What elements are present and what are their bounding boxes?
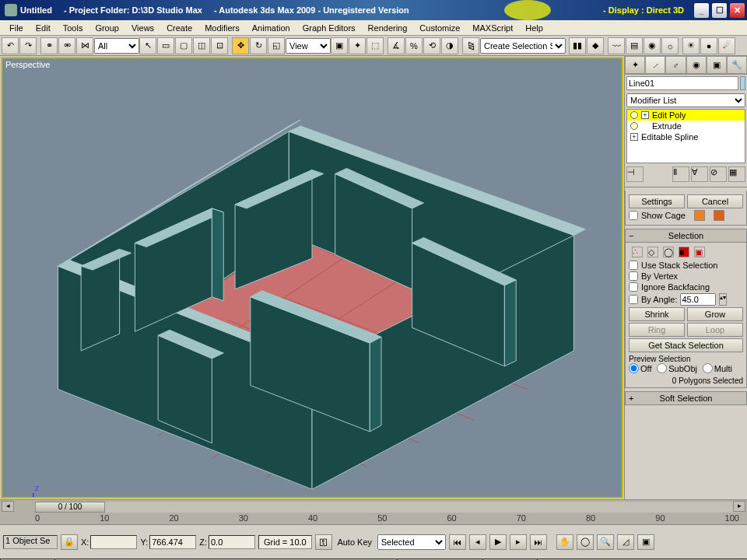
nav-fov[interactable]: ◿ bbox=[617, 534, 634, 550]
percent-snap[interactable]: % bbox=[405, 37, 423, 54]
window-cross-button[interactable]: ◫ bbox=[193, 37, 210, 54]
goto-start[interactable]: ⏮ bbox=[449, 534, 466, 550]
getstack-button[interactable]: Get Stack Selection bbox=[629, 338, 743, 352]
lock-sel-button[interactable]: 🔒 bbox=[61, 534, 78, 550]
track-next[interactable]: ▸ bbox=[733, 501, 745, 512]
object-name-input[interactable] bbox=[626, 76, 738, 90]
subobj-polygon[interactable]: ■ bbox=[679, 247, 689, 257]
cage-color1[interactable] bbox=[694, 210, 705, 221]
prev-frame[interactable]: ◂ bbox=[469, 534, 486, 550]
subobj-edge[interactable]: ◇ bbox=[647, 247, 658, 257]
subobj-border[interactable]: ◯ bbox=[663, 247, 674, 257]
curve-editor-button[interactable]: 〰 bbox=[608, 37, 625, 54]
mod-editpoly[interactable]: +Edit Poly bbox=[627, 110, 745, 121]
menu-grapheditors[interactable]: Graph Editors bbox=[296, 22, 362, 34]
tab-hierarchy[interactable]: ♂ bbox=[665, 56, 686, 74]
nav-arc[interactable]: ◯ bbox=[577, 534, 594, 550]
manipulate-button[interactable]: ✦ bbox=[349, 37, 366, 54]
by-vertex-checkbox[interactable] bbox=[629, 271, 638, 281]
menu-edit[interactable]: Edit bbox=[30, 22, 57, 34]
softsel-rollup-head[interactable]: +Soft Selection bbox=[625, 391, 747, 405]
settings-button[interactable]: Settings bbox=[629, 194, 685, 208]
menu-modifiers[interactable]: Modifiers bbox=[198, 22, 246, 34]
selection-rollup-head[interactable]: −Selection bbox=[625, 229, 747, 243]
selset-lock[interactable]: ◑ bbox=[441, 37, 458, 54]
time-slider[interactable]: 0 / 100 bbox=[35, 502, 105, 513]
quickrender-button[interactable]: ☄ bbox=[718, 37, 735, 54]
menu-tools[interactable]: Tools bbox=[57, 22, 89, 34]
render-setup-button[interactable]: ☼ bbox=[661, 37, 679, 54]
nav-pan[interactable]: ✋ bbox=[556, 534, 573, 550]
ignore-backfacing-checkbox[interactable] bbox=[629, 282, 638, 292]
mirror-button[interactable]: ⧎ bbox=[462, 37, 479, 54]
menu-create[interactable]: Create bbox=[160, 22, 198, 34]
ref-coord[interactable]: View bbox=[286, 38, 331, 54]
angle-input[interactable] bbox=[680, 293, 716, 306]
ring-button[interactable]: Ring bbox=[629, 323, 685, 337]
mod-spline[interactable]: +Editable Spline bbox=[627, 131, 745, 142]
show-result-button[interactable]: Ⅱ bbox=[672, 166, 689, 182]
cancel-button[interactable]: Cancel bbox=[687, 194, 743, 208]
nav-max[interactable]: ▣ bbox=[637, 534, 654, 550]
angle-snap[interactable]: ∡ bbox=[388, 37, 405, 54]
play-button[interactable]: ▶ bbox=[489, 534, 507, 550]
snap-toggle[interactable]: ⬚ bbox=[366, 37, 384, 54]
coord-x[interactable] bbox=[90, 535, 137, 549]
spinner-icon[interactable]: ▴▾ bbox=[719, 293, 727, 306]
paint-select-button[interactable]: ⊡ bbox=[211, 37, 228, 54]
unique-button[interactable]: ∀ bbox=[691, 166, 708, 182]
showcage-checkbox[interactable] bbox=[629, 211, 638, 220]
grow-button[interactable]: Grow bbox=[687, 307, 743, 321]
shrink-button[interactable]: Shrink bbox=[629, 307, 685, 321]
by-angle-checkbox[interactable] bbox=[629, 295, 638, 304]
rect-select-button[interactable]: ▢ bbox=[175, 37, 192, 54]
lightbulb-icon[interactable] bbox=[630, 122, 638, 130]
unlink-button[interactable]: ⚮ bbox=[58, 37, 75, 54]
select-button[interactable]: ↖ bbox=[139, 37, 156, 54]
tab-utilities[interactable]: 🔧 bbox=[727, 56, 747, 74]
scale-button[interactable]: ◱ bbox=[268, 37, 285, 54]
pin-stack-button[interactable]: ⊣ bbox=[626, 166, 644, 182]
configure-button[interactable]: ▦ bbox=[728, 166, 745, 182]
menu-views[interactable]: Views bbox=[125, 22, 160, 34]
align-button[interactable]: ▮▮ bbox=[569, 37, 586, 54]
tab-display[interactable]: ▣ bbox=[707, 56, 727, 74]
menu-animation[interactable]: Animation bbox=[246, 22, 296, 34]
modifier-list[interactable]: Modifier List bbox=[626, 93, 745, 107]
render-frame-button[interactable]: ☀ bbox=[682, 37, 700, 54]
tab-motion[interactable]: ◉ bbox=[686, 56, 707, 74]
minimize-button[interactable]: _ bbox=[693, 2, 710, 19]
preview-multi[interactable] bbox=[703, 363, 713, 373]
link-button[interactable]: ⚭ bbox=[40, 37, 58, 54]
move-button[interactable]: ✥ bbox=[232, 37, 249, 54]
schematic-button[interactable]: ▤ bbox=[626, 37, 643, 54]
viewport-perspective[interactable]: Perspective bbox=[1, 57, 623, 499]
layers-button[interactable]: ◆ bbox=[587, 37, 604, 54]
trackbar[interactable]: ◂ 0 / 100 ▸ 01020 304050 607080 90100 bbox=[0, 499, 747, 524]
expand-icon[interactable]: + bbox=[630, 133, 638, 141]
loop-button[interactable]: Loop bbox=[687, 323, 743, 337]
select-name-button[interactable]: ▭ bbox=[157, 37, 174, 54]
autokey-button[interactable]: Auto Key bbox=[335, 537, 374, 547]
menu-group[interactable]: Group bbox=[89, 22, 125, 34]
tab-create[interactable]: ✦ bbox=[625, 56, 645, 74]
rotate-button[interactable]: ↻ bbox=[250, 37, 267, 54]
close-button[interactable]: ✕ bbox=[729, 2, 745, 19]
menu-rendering[interactable]: Rendering bbox=[362, 22, 414, 34]
coord-y[interactable] bbox=[149, 535, 196, 549]
cage-color2[interactable] bbox=[714, 210, 724, 221]
track-prev[interactable]: ◂ bbox=[2, 501, 14, 512]
keymode-select[interactable]: Selected bbox=[377, 534, 446, 550]
redo-button[interactable]: ↷ bbox=[19, 37, 37, 54]
object-color-swatch[interactable] bbox=[740, 76, 745, 90]
selection-filter[interactable]: All bbox=[94, 38, 139, 54]
coord-z[interactable] bbox=[209, 535, 255, 549]
menu-help[interactable]: Help bbox=[519, 22, 549, 34]
nav-zoom[interactable]: 🔍 bbox=[597, 534, 614, 550]
menu-file[interactable]: File bbox=[3, 22, 30, 34]
preview-subobj[interactable] bbox=[657, 363, 667, 373]
named-selset[interactable]: Create Selection Set bbox=[480, 38, 566, 54]
preview-off[interactable] bbox=[629, 363, 639, 373]
subobj-vertex[interactable]: ∴ bbox=[632, 247, 643, 257]
tab-modify[interactable]: ⟋ bbox=[645, 56, 665, 74]
